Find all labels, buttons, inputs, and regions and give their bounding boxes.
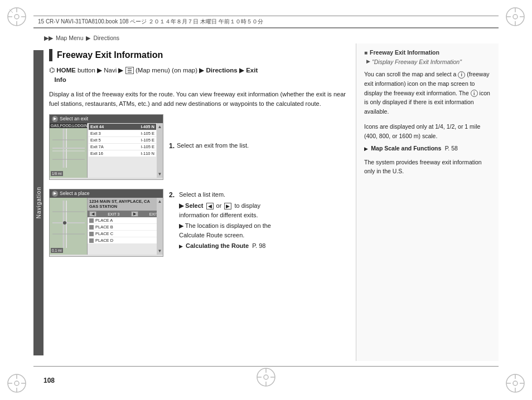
step2-text-block: 2. Select a list item. ▶ Select ◀ or ▶ t…	[169, 189, 271, 262]
info-icon-1: i	[458, 71, 465, 79]
right-quote-block: ▶ "Display Freeway Exit Information"	[364, 58, 493, 65]
step2-block: ▶ Select a place 0.1 mi	[49, 189, 347, 262]
screenshot1-topbar: ▶ Select an exit	[50, 115, 163, 123]
step1-number: 1.	[169, 142, 175, 150]
right-para1-text1: You can scroll the map and select a	[364, 71, 456, 77]
scroll-up-arrow: ▲	[158, 124, 162, 129]
step1-label: Select an exit from the list.	[177, 142, 249, 149]
info-icon-2: i	[471, 90, 478, 97]
screenshot1-list: Exit 44I-405 N Exit 3I-105 E Exit 5I-105…	[88, 123, 163, 178]
screenshot2-scale: 0.1 mi	[51, 248, 63, 253]
place-row-d: PLACE D	[88, 237, 157, 243]
top-line-divider	[33, 28, 499, 28]
exit-row-1: Exit 3I-105 E	[89, 130, 156, 136]
step2-location-text: ▶ The location is displayed on theCalcul…	[179, 222, 271, 238]
svg-point-1	[14, 14, 19, 19]
right-link-block: ▶ Map Scale and Functions P. 58	[364, 144, 493, 152]
screenshot2-icon: ▶	[52, 191, 58, 197]
instruction-text3: ▶	[239, 67, 246, 74]
exit-row-3: Exit 7AI-105 E	[89, 144, 156, 150]
nav-next-btn[interactable]: ▶	[131, 211, 138, 217]
main-content: Freeway Exit Information ⌬ HOME button ▶…	[43, 43, 499, 361]
calculating-page: P. 98	[252, 242, 265, 249]
right-panel: ■ Freeway Exit Information ▶ "Display Fr…	[356, 43, 499, 361]
step2-link-block: ▶ Calculating the Route P. 98	[179, 241, 271, 251]
screenshot2-topbar: ▶ Select a place	[50, 189, 163, 198]
right-quote: "Display Freeway Exit Information"	[372, 58, 462, 65]
home-icon: ⌬	[49, 67, 55, 74]
breadcrumb-sep1: ▶	[86, 35, 90, 41]
or-label: or	[216, 202, 222, 209]
right-para2: Icons are displayed only at 1/4, 1/2, or…	[364, 122, 493, 141]
description-text: Display a list of the freeway exits for …	[49, 90, 347, 109]
home-label: HOME	[56, 67, 76, 74]
screenshot2-list: 1234 MAIN ST, ANYPLACE, CA GAS STATION ◀…	[88, 198, 163, 255]
place-icon-c	[89, 232, 94, 236]
instruction-text1: button ▶ Navi ▶	[78, 67, 125, 74]
top-bar: 15 CR-V NAVI-31T0A8100.book 108 ページ ２０１４…	[33, 16, 499, 28]
map-scale-page: P. 58	[445, 145, 458, 152]
screenshot1-map: GAS,FOOD,LODGING 1/8 mi	[50, 123, 88, 178]
exit-row-2: Exit 5I-105 E	[89, 137, 156, 143]
breadcrumb-item1: Map Menu	[56, 35, 84, 41]
step2-select-label: ▶ Select	[179, 202, 203, 209]
nav-tab-label: Navigation	[36, 187, 42, 218]
step2-sub1: ▶ Select ◀ or ▶ to displayinformation fo…	[179, 201, 271, 220]
section-header: Freeway Exit Information	[49, 49, 347, 61]
scroll2-up-arrow: ▲	[158, 199, 162, 204]
breadcrumb-item2: Directions	[93, 35, 119, 41]
corner-decoration-br	[504, 372, 526, 394]
directions-label: Directions	[206, 67, 237, 74]
svg-point-8	[513, 14, 518, 19]
screenshot2-body: 0.1 mi 1234	[50, 198, 163, 255]
scroll2-down-arrow: ▼	[158, 248, 162, 253]
svg-point-36	[63, 221, 66, 225]
step2-label: Select a list item.	[179, 190, 225, 199]
right-para2-text: Icons are displayed only at 1/4, 1/2, or…	[364, 123, 480, 139]
map-scale-link[interactable]: Map Scale and Functions	[371, 145, 441, 152]
screenshot2: ▶ Select a place 0.1 mi	[49, 189, 163, 257]
corner-decoration-tr	[504, 6, 526, 28]
page-number: 108	[43, 377, 55, 384]
nav-prev-btn[interactable]: ◀	[89, 211, 96, 217]
map-roads	[52, 129, 85, 168]
select-left-btn[interactable]: ◀	[206, 203, 214, 209]
breadcrumb: ▶▶ Map Menu ▶ Directions	[43, 35, 120, 41]
corner-decoration-bl	[6, 372, 28, 394]
svg-point-14	[14, 381, 19, 386]
right-para3-text: The system provides freeway exit informa…	[364, 159, 482, 175]
right-check-icon: ■	[364, 50, 367, 56]
breadcrumb-prefix: ▶▶	[44, 35, 53, 41]
place-icon-a	[89, 218, 94, 223]
scroll-down-arrow: ▼	[158, 172, 162, 177]
section-header-bar	[49, 49, 52, 61]
screenshot1-title: Select an exit	[60, 116, 88, 121]
step2-number: 2.	[169, 190, 177, 201]
screenshot2-map: 0.1 mi	[50, 198, 88, 255]
map-menu-icon: ☰	[125, 67, 134, 74]
place-row-a: PLACE A	[88, 217, 157, 224]
instruction-line: ⌬ HOME button ▶ Navi ▶ ☰ (Map menu) (on …	[49, 66, 347, 85]
right-para3: The system provides freeway exit informa…	[364, 158, 493, 177]
screenshot1-icon: ▶	[52, 116, 58, 122]
step1-block: ▶ Select an exit GAS,FOOD,LODGING 1/8 mi	[49, 114, 347, 186]
step1-text: 1. Select an exit from the list.	[169, 142, 249, 150]
select-right-btn[interactable]: ▶	[224, 203, 231, 209]
link-icon: ▶	[179, 243, 183, 249]
svg-point-38	[264, 375, 268, 379]
calculating-link[interactable]: Calculating the Route	[186, 242, 249, 249]
bottom-center-decoration	[255, 366, 277, 390]
map2-roads	[52, 201, 85, 248]
screenshot2-title: Select a place	[60, 191, 89, 196]
top-bar-text: 15 CR-V NAVI-31T0A8100.book 108 ページ ２０１４…	[38, 18, 263, 26]
exit-row-4: Exit 16I-110 N	[89, 150, 156, 157]
instruction-text2: (Map menu) (on map) ▶	[136, 67, 206, 74]
svg-point-20	[513, 381, 518, 386]
screenshot1-scale: 1/8 mi	[51, 171, 63, 176]
screenshot1-scrollbar: ▲ ▼	[157, 123, 163, 178]
place-nav-row: ◀ EXIT 3 ▶ EXIT 3	[88, 211, 163, 217]
step2-details: ▶ Select ◀ or ▶ to displayinformation fo…	[169, 201, 271, 251]
nav-tab: Navigation	[33, 50, 43, 355]
corner-decoration-tl	[6, 6, 28, 28]
left-panel: Freeway Exit Information ⌬ HOME button ▶…	[43, 43, 356, 361]
